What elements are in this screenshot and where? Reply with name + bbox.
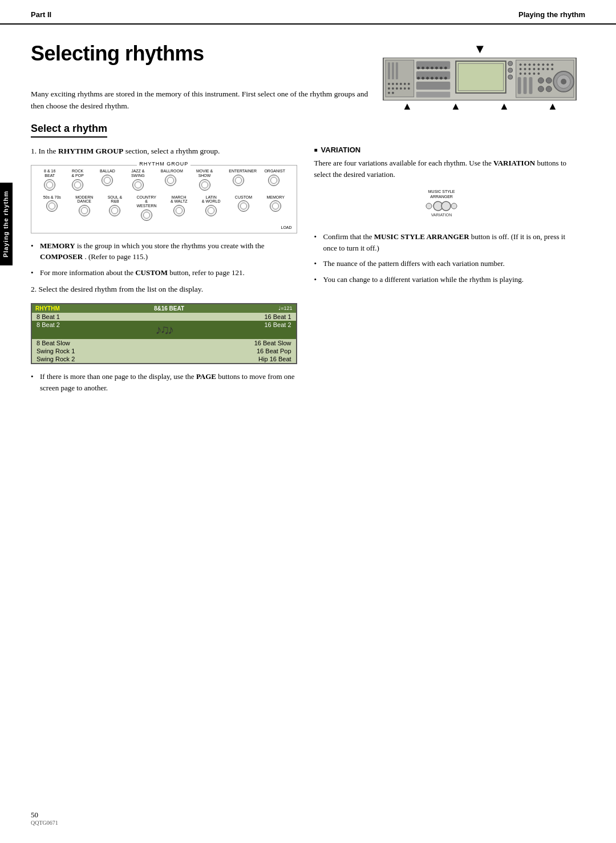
lcd-header: RHYTHM 8&16 BEAT ♩=121 [32, 304, 296, 313]
btn-50s-70s: 50s & 70s [43, 195, 61, 221]
svg-rect-21 [416, 82, 451, 90]
intro-text: Many exciting rhythms are stored in the … [31, 88, 375, 112]
instrument-panel [383, 58, 577, 100]
btn-entertainer: ENTERTAINER [229, 169, 248, 190]
step1-num: 1. [31, 147, 39, 155]
variation-heading: VARIATION [314, 146, 569, 154]
svg-point-61 [529, 72, 531, 75]
panel-svg [383, 58, 576, 100]
svg-point-12 [392, 87, 394, 90]
svg-rect-67 [518, 77, 521, 94]
svg-point-46 [533, 63, 536, 66]
svg-point-54 [533, 68, 536, 70]
step-3-bullet: If there is more than one page to the di… [31, 371, 297, 393]
svg-point-40 [508, 68, 513, 72]
col-left: 1. In the RHYTHM GROUP section, select a… [31, 146, 297, 399]
svg-point-72 [538, 86, 544, 92]
step1-text: In the [39, 147, 59, 155]
lcd-row1-right: 16 Beat 1 [181, 313, 291, 320]
music-style-arranger-group: MUSIC STYLEARRANGER VARIATION [424, 189, 459, 222]
lcd-beat-label: 8&16 BEAT [154, 305, 184, 312]
svg-point-24 [422, 67, 424, 70]
svg-rect-4 [396, 62, 398, 79]
svg-point-73 [546, 86, 552, 92]
bullet-confirm: Confirm that the MUSIC STYLE ARRANGER bu… [314, 231, 569, 253]
page-title: Selecting rhythms [31, 42, 375, 66]
svg-point-76 [441, 201, 451, 211]
svg-point-59 [520, 72, 522, 75]
btn-jazz-swing: JAZZ &SWING [131, 169, 145, 190]
svg-rect-68 [524, 77, 527, 94]
svg-point-60 [524, 72, 526, 75]
lcd-dancing-figures: ♪♫♪ [147, 321, 181, 338]
svg-point-53 [529, 68, 531, 70]
svg-point-13 [396, 87, 398, 90]
svg-point-56 [542, 68, 545, 70]
svg-point-32 [426, 77, 429, 80]
two-column-layout: 1. In the RHYTHM GROUP section, select a… [31, 146, 585, 399]
lcd-row-1: 8 Beat 1 16 Beat 1 [32, 313, 296, 321]
svg-point-39 [508, 61, 513, 66]
lcd-row4-left: Swing Rock 1 [37, 348, 147, 354]
svg-rect-2 [388, 62, 390, 79]
svg-point-27 [435, 67, 438, 70]
svg-point-35 [440, 77, 443, 80]
rhythm-group-diagram: RHYTHM GROUP 8 & 16BEAT ROCK& POP BALLAD [31, 165, 297, 233]
variation-diagram-inner: MUSIC STYLEARRANGER VARIATION [424, 189, 459, 222]
btn-organist: ORGANIST [264, 169, 283, 190]
svg-point-45 [529, 63, 531, 66]
variation-text: There are four variations available for … [314, 158, 569, 180]
svg-point-51 [520, 68, 522, 70]
arrow-bottom-4: ▲ [548, 100, 558, 112]
lcd-row1-mid [147, 313, 181, 320]
svg-point-47 [538, 63, 540, 66]
btn-modern-dance: MODERNDANCE [75, 195, 93, 221]
lcd-row5-mid [147, 356, 181, 362]
svg-point-70 [538, 78, 544, 83]
svg-point-50 [552, 63, 554, 66]
svg-point-34 [435, 77, 438, 80]
bullet-change: You can change to a different variation … [314, 274, 569, 285]
step1-bold: RHYTHM GROUP [58, 147, 123, 155]
svg-text:VARIATION: VARIATION [431, 213, 452, 217]
col-right: VARIATION There are four variations avai… [314, 146, 569, 399]
svg-point-10 [408, 83, 410, 85]
lcd-body: 8 Beat 1 16 Beat 1 8 Beat 2 ♪♫♪ 16 Beat … [32, 313, 296, 363]
page-header: Part II Playing the rhythm [0, 0, 616, 25]
svg-point-48 [542, 63, 545, 66]
svg-point-8 [400, 83, 402, 85]
lcd-row4-right: 16 Beat Pop [181, 348, 291, 354]
svg-point-23 [417, 67, 420, 70]
bold-memory: MEMORY [40, 241, 75, 250]
step2-text: Select the desired rhythm from the list … [39, 285, 204, 293]
svg-point-5 [388, 83, 390, 85]
svg-point-11 [388, 87, 390, 90]
svg-point-41 [508, 75, 513, 79]
rhythm-buttons-row2: 50s & 70s MODERNDANCE SOUL &R&B COUNTRY&… [36, 195, 292, 221]
svg-point-77 [451, 203, 457, 209]
svg-rect-69 [529, 77, 533, 94]
header-section: Playing the rhythm [518, 10, 585, 19]
step2-num: 2. [31, 285, 39, 293]
btn-soul-rb: SOUL &R&B [108, 195, 122, 221]
lcd-row4-mid [147, 348, 181, 354]
lcd-row1-left: 8 Beat 1 [37, 313, 147, 320]
lcd-row-3: 8 Beat Slow 16 Beat Slow [32, 339, 296, 347]
svg-point-16 [408, 87, 410, 90]
svg-point-49 [547, 63, 549, 66]
svg-point-62 [533, 72, 536, 75]
svg-point-6 [392, 83, 394, 85]
bullet-list-left: MEMORY is the group in which you store t… [31, 240, 297, 279]
svg-rect-38 [459, 63, 504, 91]
svg-point-28 [440, 67, 443, 70]
svg-point-33 [431, 77, 433, 80]
lcd-bpm: ♩=121 [278, 305, 292, 312]
section-heading: Select a rhythm [31, 123, 107, 138]
svg-rect-22 [416, 92, 451, 98]
music-style-label: MUSIC STYLEARRANGER [428, 189, 455, 199]
step1-text2: section, select a rhythm group. [125, 147, 220, 155]
page-content: Selecting rhythms Many exciting rhythms … [0, 25, 616, 433]
btn-movie-show: MOVIE &SHOW [196, 169, 213, 190]
svg-point-31 [422, 77, 424, 80]
bullet-custom: For more information about the CUSTOM bu… [31, 267, 297, 279]
